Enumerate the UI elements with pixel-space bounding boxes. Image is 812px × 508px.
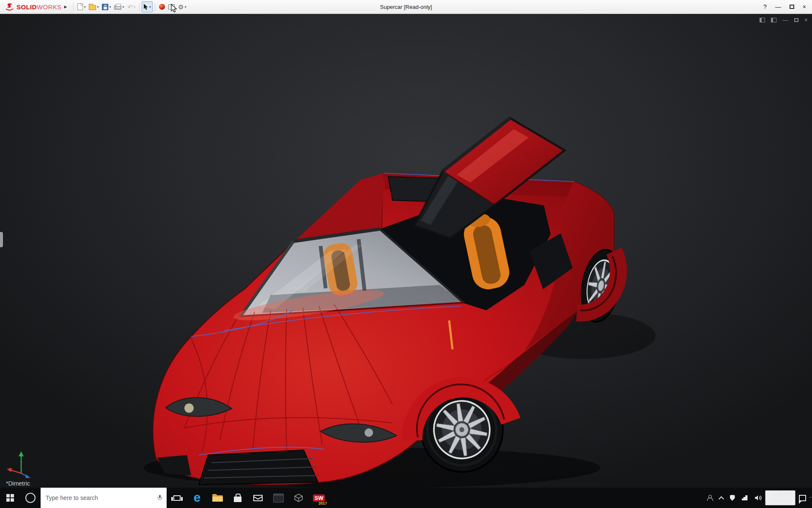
- options-button[interactable]: ⚙ ▾: [176, 1, 188, 12]
- minimize-button[interactable]: —: [775, 4, 781, 10]
- mail-envelope-icon: [253, 495, 263, 501]
- brand-text: SOLIDWORKS: [16, 3, 62, 11]
- undo-button[interactable]: ↶ ▾: [126, 1, 137, 12]
- appearance-sphere-button[interactable]: [157, 1, 167, 12]
- save-icon: [102, 4, 108, 10]
- start-button[interactable]: [0, 488, 20, 508]
- solidworks-titlebar: SOLIDWORKS ▶ ▾ ▾ ▾ ▾ ↶ ▾ ▾: [0, 0, 812, 14]
- clock-date: 7/11/2018: [769, 498, 792, 505]
- microphone-icon[interactable]: [158, 495, 162, 501]
- task-pane-handle[interactable]: [0, 232, 3, 247]
- document-window-controls: — ×: [760, 17, 808, 23]
- window-controls: ? — ×: [763, 4, 808, 10]
- save-button[interactable]: ▾: [100, 1, 112, 12]
- chevron-up-icon: [719, 496, 724, 502]
- edge-button[interactable]: e: [187, 488, 207, 508]
- taskbar-clock[interactable]: 1:05 PM 7/11/2018: [765, 490, 796, 505]
- task-view-icon: [173, 495, 181, 501]
- design-table-button[interactable]: [167, 1, 176, 12]
- tray-expand-button[interactable]: [716, 488, 727, 508]
- close-button[interactable]: ×: [803, 4, 806, 10]
- chevron-down-icon[interactable]: ▾: [97, 5, 99, 9]
- windows-logo-icon: [6, 494, 14, 502]
- desktop-screen: SOLIDWORKS ▶ ▾ ▾ ▾ ▾ ↶ ▾ ▾: [0, 0, 812, 508]
- help-button[interactable]: ?: [763, 4, 767, 10]
- doc-minimize-button[interactable]: —: [782, 17, 788, 23]
- defender-button[interactable]: [727, 488, 738, 508]
- gear-icon: ⚙: [178, 4, 184, 10]
- console-app-button[interactable]: [268, 488, 288, 508]
- red-sphere-icon: [159, 4, 165, 10]
- table-sheet-icon: [168, 4, 175, 10]
- solidworks-taskbar-button[interactable]: SW 2017: [309, 488, 329, 508]
- sw-version-badge: 2017: [318, 501, 327, 505]
- car-model[interactable]: [0, 14, 812, 488]
- doc-pane-icon[interactable]: [771, 18, 776, 22]
- menu-flyout-arrow[interactable]: ▶: [64, 5, 67, 9]
- volume-icon: [754, 495, 762, 501]
- chevron-down-icon[interactable]: ▾: [109, 5, 111, 9]
- view-orientation-label: *Dimetric: [6, 480, 30, 487]
- action-center-icon: [799, 495, 806, 501]
- open-button[interactable]: ▾: [87, 1, 100, 12]
- reference-triad: [6, 449, 37, 478]
- store-button[interactable]: [228, 488, 248, 508]
- shield-icon: [730, 495, 735, 501]
- chevron-down-icon[interactable]: ▾: [185, 5, 187, 9]
- people-button[interactable]: [703, 488, 716, 508]
- doc-close-button[interactable]: ×: [804, 17, 808, 23]
- open-folder-icon: [89, 5, 96, 10]
- chevron-down-icon[interactable]: ▾: [134, 5, 135, 9]
- cortana-button[interactable]: [20, 488, 41, 508]
- print-icon: [114, 5, 121, 10]
- store-bag-icon: [234, 497, 241, 502]
- graphics-area[interactable]: — × *Dimetric: [0, 14, 812, 488]
- folder-icon: [212, 494, 223, 502]
- doc-pane-icon[interactable]: [760, 18, 765, 22]
- undo-icon: ↶: [128, 4, 133, 10]
- windows-taskbar: e SW 2017: [0, 488, 812, 508]
- action-center-button[interactable]: [796, 488, 809, 508]
- maximize-button[interactable]: [790, 5, 794, 9]
- solidworks-app-icon: SW 2017: [312, 491, 326, 505]
- solidworks-brand: SOLIDWORKS: [4, 3, 62, 11]
- toolbar-separator: [139, 3, 140, 11]
- cortana-icon: [25, 493, 36, 503]
- sw-mark: SW: [313, 494, 325, 502]
- doc-restore-button[interactable]: [794, 18, 798, 22]
- chevron-down-icon[interactable]: ▾: [84, 5, 85, 9]
- volume-button[interactable]: [751, 488, 765, 508]
- new-document-button[interactable]: ▾: [76, 1, 87, 12]
- cad-viewer-button[interactable]: [288, 488, 309, 508]
- console-window-icon: [273, 494, 284, 502]
- toolbar-separator: [155, 3, 155, 11]
- cube-icon: [294, 493, 304, 503]
- brand-solid-text: SOLID: [16, 3, 37, 11]
- brand-works-text: WORKS: [37, 3, 62, 11]
- network-button[interactable]: [738, 488, 751, 508]
- edge-icon: e: [194, 491, 201, 504]
- show-desktop-button[interactable]: [809, 497, 812, 499]
- file-explorer-button[interactable]: [207, 488, 228, 508]
- network-icon: [742, 495, 748, 500]
- select-tool-button[interactable]: ▾: [142, 1, 153, 12]
- chevron-down-icon[interactable]: ▾: [122, 5, 124, 9]
- toolbar-separator: [73, 3, 74, 11]
- search-input[interactable]: [46, 494, 154, 501]
- select-cursor-icon: [143, 3, 148, 10]
- people-icon: [707, 495, 713, 501]
- clock-time: 1:05 PM: [769, 491, 792, 498]
- new-document-icon: [77, 3, 83, 10]
- taskbar-search[interactable]: [41, 488, 167, 508]
- print-button[interactable]: ▾: [112, 1, 126, 12]
- system-tray: 1:05 PM 7/11/2018: [703, 488, 812, 508]
- chevron-down-icon[interactable]: ▾: [149, 5, 151, 9]
- solidworks-logo-icon: [4, 3, 15, 11]
- task-view-button[interactable]: [167, 488, 187, 508]
- mail-button[interactable]: [248, 488, 268, 508]
